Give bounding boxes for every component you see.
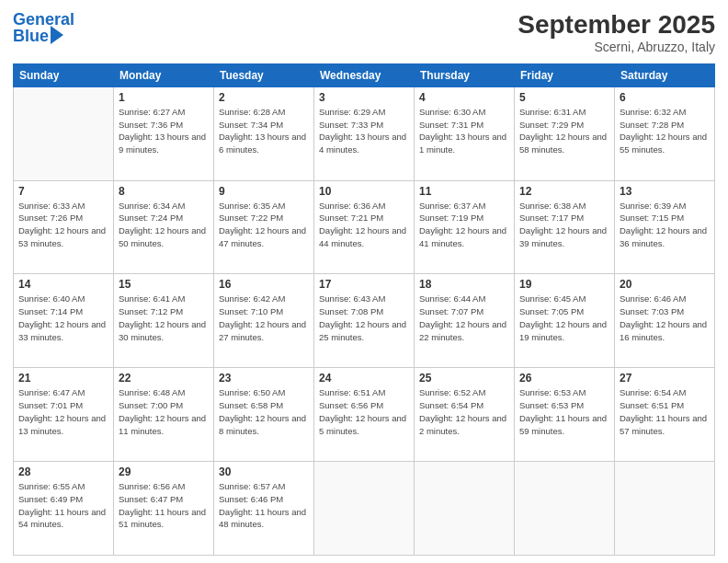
day-number: 5 (519, 91, 609, 104)
calendar-cell: 11Sunrise: 6:37 AMSunset: 7:19 PMDayligh… (415, 180, 515, 274)
calendar-cell: 14Sunrise: 6:40 AMSunset: 7:14 PMDayligh… (14, 274, 114, 368)
day-number: 27 (620, 372, 710, 385)
calendar-week-row: 21Sunrise: 6:47 AMSunset: 7:01 PMDayligh… (14, 368, 715, 462)
day-number: 1 (119, 91, 209, 104)
calendar-cell: 20Sunrise: 6:46 AMSunset: 7:03 PMDayligh… (615, 274, 715, 368)
day-info: Sunrise: 6:52 AMSunset: 6:54 PMDaylight:… (419, 386, 509, 437)
day-info: Sunrise: 6:41 AMSunset: 7:12 PMDaylight:… (119, 293, 209, 343)
day-info: Sunrise: 6:46 AMSunset: 7:03 PMDaylight:… (620, 293, 710, 343)
day-info: Sunrise: 6:53 AMSunset: 6:53 PMDaylight:… (519, 386, 609, 437)
calendar-header-row: SundayMondayTuesdayWednesdayThursdayFrid… (14, 63, 715, 86)
calendar-cell: 9Sunrise: 6:35 AMSunset: 7:22 PMDaylight… (214, 180, 314, 274)
day-number: 17 (319, 278, 409, 291)
calendar-cell (615, 462, 715, 556)
calendar-cell: 22Sunrise: 6:48 AMSunset: 7:00 PMDayligh… (114, 368, 214, 462)
calendar-cell: 12Sunrise: 6:38 AMSunset: 7:17 PMDayligh… (515, 180, 615, 274)
day-info: Sunrise: 6:44 AMSunset: 7:07 PMDaylight:… (419, 293, 509, 343)
calendar-header-thursday: Thursday (415, 63, 515, 86)
calendar-cell: 2Sunrise: 6:28 AMSunset: 7:34 PMDaylight… (214, 86, 314, 180)
calendar-cell: 30Sunrise: 6:57 AMSunset: 6:46 PMDayligh… (214, 462, 314, 556)
day-number: 9 (219, 185, 309, 198)
calendar-cell: 27Sunrise: 6:54 AMSunset: 6:51 PMDayligh… (615, 368, 715, 462)
calendar-cell (515, 462, 615, 556)
calendar-cell: 19Sunrise: 6:45 AMSunset: 7:05 PMDayligh… (515, 274, 615, 368)
day-info: Sunrise: 6:36 AMSunset: 7:21 PMDaylight:… (319, 200, 409, 250)
calendar-cell: 28Sunrise: 6:55 AMSunset: 6:49 PMDayligh… (14, 462, 114, 556)
calendar-cell: 1Sunrise: 6:27 AMSunset: 7:36 PMDaylight… (114, 86, 214, 180)
calendar-cell: 24Sunrise: 6:51 AMSunset: 6:56 PMDayligh… (314, 368, 415, 462)
day-info: Sunrise: 6:47 AMSunset: 7:01 PMDaylight:… (18, 386, 108, 437)
calendar-week-row: 28Sunrise: 6:55 AMSunset: 6:49 PMDayligh… (14, 462, 715, 556)
day-info: Sunrise: 6:40 AMSunset: 7:14 PMDaylight:… (18, 293, 108, 343)
day-number: 19 (519, 278, 609, 291)
day-number: 12 (519, 185, 609, 198)
calendar-cell: 13Sunrise: 6:39 AMSunset: 7:15 PMDayligh… (615, 180, 715, 274)
calendar-cell: 10Sunrise: 6:36 AMSunset: 7:21 PMDayligh… (314, 180, 415, 274)
day-number: 6 (620, 91, 710, 104)
calendar-cell: 6Sunrise: 6:32 AMSunset: 7:28 PMDaylight… (615, 86, 715, 180)
day-info: Sunrise: 6:48 AMSunset: 7:00 PMDaylight:… (119, 386, 209, 437)
day-info: Sunrise: 6:39 AMSunset: 7:15 PMDaylight:… (620, 200, 710, 250)
day-info: Sunrise: 6:38 AMSunset: 7:17 PMDaylight:… (519, 200, 609, 250)
subtitle: Scerni, Abruzzo, Italy (518, 40, 715, 54)
day-info: Sunrise: 6:54 AMSunset: 6:51 PMDaylight:… (620, 386, 710, 437)
month-title: September 2025 (518, 11, 715, 40)
day-number: 30 (219, 465, 309, 478)
day-info: Sunrise: 6:34 AMSunset: 7:24 PMDaylight:… (119, 200, 209, 250)
calendar-cell (14, 86, 114, 180)
day-number: 23 (219, 372, 309, 385)
day-number: 28 (18, 465, 108, 478)
day-number: 13 (620, 185, 710, 198)
calendar-cell: 8Sunrise: 6:34 AMSunset: 7:24 PMDaylight… (114, 180, 214, 274)
day-info: Sunrise: 6:27 AMSunset: 7:36 PMDaylight:… (119, 106, 209, 156)
day-info: Sunrise: 6:30 AMSunset: 7:31 PMDaylight:… (419, 106, 509, 156)
day-number: 26 (519, 372, 609, 385)
day-number: 22 (119, 372, 209, 385)
day-info: Sunrise: 6:42 AMSunset: 7:10 PMDaylight:… (219, 293, 309, 343)
calendar-header-monday: Monday (114, 63, 214, 86)
calendar-cell (314, 462, 415, 556)
calendar-cell: 21Sunrise: 6:47 AMSunset: 7:01 PMDayligh… (14, 368, 114, 462)
calendar-cell: 4Sunrise: 6:30 AMSunset: 7:31 PMDaylight… (415, 86, 515, 180)
calendar-cell: 25Sunrise: 6:52 AMSunset: 6:54 PMDayligh… (415, 368, 515, 462)
calendar-cell: 16Sunrise: 6:42 AMSunset: 7:10 PMDayligh… (214, 274, 314, 368)
calendar-header-tuesday: Tuesday (214, 63, 314, 86)
day-info: Sunrise: 6:51 AMSunset: 6:56 PMDaylight:… (319, 386, 409, 437)
day-number: 4 (419, 91, 509, 104)
logo-text-blue: Blue (13, 28, 49, 44)
logo: General Blue (13, 11, 74, 44)
day-number: 18 (419, 278, 509, 291)
day-info: Sunrise: 6:50 AMSunset: 6:58 PMDaylight:… (219, 386, 309, 437)
day-info: Sunrise: 6:28 AMSunset: 7:34 PMDaylight:… (219, 106, 309, 156)
day-info: Sunrise: 6:57 AMSunset: 6:46 PMDaylight:… (219, 480, 309, 531)
calendar-cell: 23Sunrise: 6:50 AMSunset: 6:58 PMDayligh… (214, 368, 314, 462)
calendar-table: SundayMondayTuesdayWednesdayThursdayFrid… (13, 63, 715, 556)
day-number: 25 (419, 372, 509, 385)
day-number: 7 (18, 185, 108, 198)
calendar-header-sunday: Sunday (14, 63, 114, 86)
calendar-week-row: 14Sunrise: 6:40 AMSunset: 7:14 PMDayligh… (14, 274, 715, 368)
page-container: General Blue September 2025 Scerni, Abru… (0, 0, 728, 563)
day-number: 14 (18, 278, 108, 291)
day-info: Sunrise: 6:33 AMSunset: 7:26 PMDaylight:… (18, 200, 108, 250)
day-number: 24 (319, 372, 409, 385)
calendar-cell: 29Sunrise: 6:56 AMSunset: 6:47 PMDayligh… (114, 462, 214, 556)
day-number: 21 (18, 372, 108, 385)
day-info: Sunrise: 6:35 AMSunset: 7:22 PMDaylight:… (219, 200, 309, 250)
calendar-cell: 3Sunrise: 6:29 AMSunset: 7:33 PMDaylight… (314, 86, 415, 180)
title-block: September 2025 Scerni, Abruzzo, Italy (518, 11, 715, 54)
calendar-header-saturday: Saturday (615, 63, 715, 86)
day-info: Sunrise: 6:37 AMSunset: 7:19 PMDaylight:… (419, 200, 509, 250)
calendar-week-row: 7Sunrise: 6:33 AMSunset: 7:26 PMDaylight… (14, 180, 715, 274)
day-number: 8 (119, 185, 209, 198)
day-info: Sunrise: 6:31 AMSunset: 7:29 PMDaylight:… (519, 106, 609, 156)
calendar-cell: 15Sunrise: 6:41 AMSunset: 7:12 PMDayligh… (114, 274, 214, 368)
day-number: 3 (319, 91, 409, 104)
day-number: 2 (219, 91, 309, 104)
calendar-cell: 5Sunrise: 6:31 AMSunset: 7:29 PMDaylight… (515, 86, 615, 180)
calendar-cell: 18Sunrise: 6:44 AMSunset: 7:07 PMDayligh… (415, 274, 515, 368)
day-info: Sunrise: 6:29 AMSunset: 7:33 PMDaylight:… (319, 106, 409, 156)
calendar-cell: 7Sunrise: 6:33 AMSunset: 7:26 PMDaylight… (14, 180, 114, 274)
calendar-header-friday: Friday (515, 63, 615, 86)
day-number: 10 (319, 185, 409, 198)
